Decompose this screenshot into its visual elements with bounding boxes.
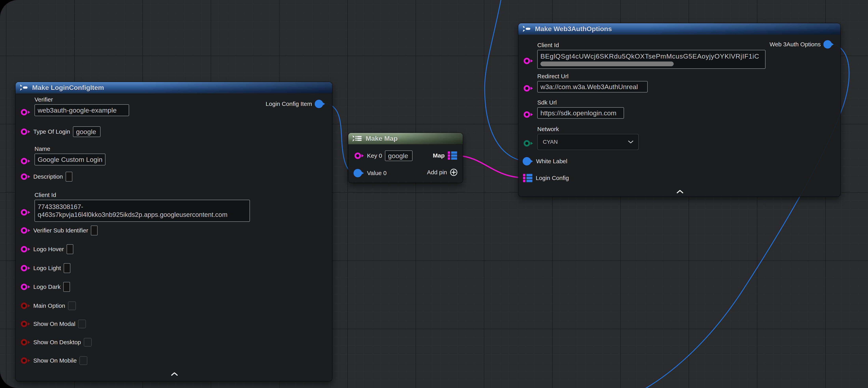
logo-light-pin[interactable] — [20, 264, 31, 273]
pin-row-key0: Key 0 google — [353, 150, 412, 161]
logo-hover-label: Logo Hover — [33, 246, 64, 252]
key0-pin[interactable] — [353, 151, 364, 160]
description-input[interactable] — [66, 172, 72, 182]
main-option-label: Main Option — [33, 302, 65, 309]
client-id-pin[interactable] — [20, 208, 31, 217]
network-selected-value: CYAN — [543, 139, 558, 145]
make-struct-icon — [522, 25, 532, 33]
map-output-pin[interactable] — [447, 151, 458, 160]
client-id-line1: 774338308167- — [38, 203, 83, 211]
node-title: Make Map — [366, 135, 398, 142]
pin-row-show-on-modal: Show On Modal — [20, 319, 86, 329]
show-on-modal-label: Show On Modal — [33, 321, 75, 327]
map-output-label: Map — [433, 152, 445, 159]
network-pin[interactable] — [523, 139, 533, 148]
show-on-mobile-checkbox[interactable] — [80, 356, 87, 365]
verifier-sub-identifier-label: Verifier Sub Identifier — [33, 227, 88, 234]
type-of-login-input[interactable]: google — [73, 126, 100, 137]
pin-row-logo-hover: Logo Hover — [20, 244, 73, 255]
verifier-sub-identifier-pin[interactable] — [20, 226, 31, 235]
pin-row-type-of-login: Type Of Login google — [20, 126, 100, 137]
client-id-scrollbar[interactable] — [540, 61, 674, 66]
show-on-mobile-label: Show On Mobile — [33, 357, 77, 364]
pin-row-value0: Value 0 — [353, 168, 387, 179]
node-title: Make LoginConfigItem — [32, 84, 104, 91]
client-id-line2: q463s7kpvja16l4l0kko3nb925ikds2p.apps.go… — [38, 211, 227, 219]
redirect-url-input[interactable]: w3a://com.w3a.Web3AuthUnreal — [537, 81, 648, 92]
show-on-desktop-pin[interactable] — [20, 338, 31, 347]
collapse-node-chevron[interactable] — [171, 372, 178, 376]
show-on-modal-checkbox[interactable] — [78, 320, 86, 328]
node-header-make-loginconfigitem[interactable]: Make LoginConfigItem — [16, 82, 332, 93]
name-pin[interactable] — [20, 156, 31, 166]
logo-dark-input[interactable] — [63, 282, 70, 292]
logo-hover-input[interactable] — [67, 244, 73, 254]
logo-dark-pin[interactable] — [20, 282, 31, 291]
description-pin[interactable] — [20, 172, 31, 181]
pin-row-network: Network CYAN — [523, 126, 639, 150]
key0-input[interactable]: google — [385, 150, 412, 161]
value0-label: Value 0 — [367, 170, 387, 176]
pin-row-verifier: Verifier web3auth-google-example — [20, 96, 129, 116]
verifier-sub-identifier-input[interactable] — [91, 226, 98, 235]
chevron-down-icon — [628, 141, 633, 143]
pin-row-login-config: Login Config — [523, 173, 569, 184]
add-pin-icon[interactable] — [450, 168, 458, 176]
node-header-make-map[interactable]: Make Map — [348, 133, 463, 144]
show-on-modal-pin[interactable] — [20, 319, 31, 328]
redirect-url-label: Redirect Url — [537, 73, 648, 80]
client-id-pin[interactable] — [523, 56, 533, 65]
output-row-map: Map — [433, 151, 458, 160]
logo-light-input[interactable] — [64, 263, 70, 273]
add-pin-label: Add pin — [427, 169, 447, 176]
name-input[interactable]: Google Custom Login — [34, 154, 105, 166]
output-pin-label: Login Config Item — [266, 100, 312, 107]
pin-row-logo-dark: Logo Dark — [20, 281, 70, 292]
redirect-url-pin[interactable] — [523, 84, 533, 93]
web3auth-options-output-label: Web 3Auth Options — [770, 41, 821, 48]
node-header-make-web3authoptions[interactable]: Make Web3AuthOptions — [518, 23, 840, 35]
logo-hover-pin[interactable] — [20, 245, 31, 254]
main-option-pin[interactable] — [20, 301, 31, 310]
pin-row-white-label: White Label — [523, 156, 567, 167]
add-pin-row[interactable]: Add pin — [427, 168, 458, 176]
pin-row-client-id: Client Id 774338308167- q463s7kpvja16l4l… — [20, 191, 250, 222]
key0-label: Key 0 — [367, 152, 382, 159]
wire-map-to-loginconfig[interactable] — [457, 155, 524, 178]
logo-dark-label: Logo Dark — [33, 283, 61, 290]
network-label: Network — [537, 126, 639, 132]
main-option-checkbox[interactable] — [68, 301, 76, 310]
output-row-web3auth-options: Web 3Auth Options — [770, 40, 834, 49]
collapse-node-chevron[interactable] — [676, 190, 684, 193]
verifier-pin[interactable] — [20, 108, 31, 117]
client-id-input[interactable]: BEglQSgt4cUWcj6SKRdu5QkOXTsePmMcusG5EAoy… — [537, 50, 766, 69]
show-on-desktop-checkbox[interactable] — [84, 338, 92, 347]
pin-row-logo-light: Logo Light — [20, 263, 70, 274]
show-on-mobile-pin[interactable] — [20, 356, 31, 365]
client-id-input[interactable]: 774338308167- q463s7kpvja16l4l0kko3nb925… — [34, 200, 250, 222]
login-config-item-output-pin[interactable] — [315, 99, 326, 109]
client-id-value: BEglQSgt4cUWcj6SKRdu5QkOXTsePmMcusG5EAoy… — [540, 53, 762, 60]
node-make-map[interactable]: Make Map Key 0 google Map Value 0 Add pi… — [348, 133, 463, 183]
pin-row-description: Description — [20, 171, 72, 182]
client-id-label: Client Id — [34, 191, 250, 198]
web3auth-options-output-pin[interactable] — [824, 40, 834, 49]
show-on-desktop-label: Show On Desktop — [33, 339, 81, 346]
node-make-web3authoptions[interactable]: Make Web3AuthOptions Web 3Auth Options C… — [518, 23, 840, 197]
sdk-url-label: Sdk Url — [537, 99, 624, 106]
value0-pin[interactable] — [353, 169, 364, 178]
description-label: Description — [33, 173, 63, 180]
sdk-url-pin[interactable] — [523, 110, 533, 119]
make-map-icon — [352, 135, 363, 142]
white-label-pin[interactable] — [523, 157, 533, 166]
type-of-login-pin[interactable] — [20, 127, 31, 136]
node-make-loginconfigitem[interactable]: Make LoginConfigItem Login Config Item V… — [16, 82, 332, 381]
name-label: Name — [34, 146, 105, 152]
network-dropdown[interactable]: CYAN — [537, 134, 639, 150]
sdk-url-input[interactable]: https://sdk.openlogin.com — [537, 107, 624, 119]
pin-row-show-on-mobile: Show On Mobile — [20, 355, 87, 366]
white-label-label: White Label — [536, 158, 567, 165]
verifier-input[interactable]: web3auth-google-example — [34, 104, 129, 116]
type-of-login-label: Type Of Login — [33, 128, 70, 135]
login-config-pin[interactable] — [523, 174, 533, 183]
